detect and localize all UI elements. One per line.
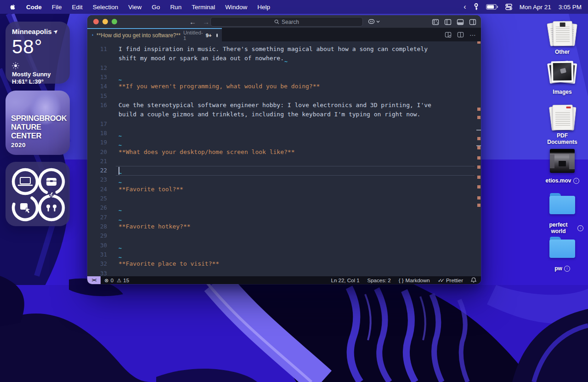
editor-line[interactable]: 32 ~ **Favorite place to visit?** — [87, 259, 476, 268]
zoom-window-button[interactable] — [112, 19, 117, 24]
key-icon[interactable] — [474, 3, 479, 11]
menu-bar: CodeFileEditSelectionViewGoRunTerminalWi… — [0, 0, 588, 14]
menu-item-window[interactable]: Window — [220, 4, 252, 11]
window-titlebar[interactable]: ← → Search — [87, 15, 481, 28]
menu-bar-clock[interactable]: 3:05 PM — [559, 4, 582, 11]
editor-pane[interactable]: 11 ~ I find inspiration in music. There'… — [87, 41, 481, 276]
photo-title-line1: SPRINGBROOK — [11, 114, 67, 122]
menu-item-code[interactable]: Code — [21, 4, 47, 11]
batteries-widget[interactable] — [6, 162, 70, 226]
icon-label: PDF Documents — [541, 132, 583, 145]
desktop-folder-pw[interactable]: pw↓ — [541, 234, 583, 272]
warning-icon: ⚠ — [117, 277, 121, 284]
line-number: 11 — [87, 46, 107, 52]
minimize-window-button[interactable] — [102, 19, 108, 24]
desktop-stack-images[interactable]: Images — [541, 60, 583, 95]
text-cursor — [119, 167, 119, 175]
line-text: Cue the stereotypical software engineer … — [119, 102, 431, 108]
ruler-warning-mark — [477, 185, 481, 188]
desktop-stack-other[interactable]: Other — [541, 20, 583, 55]
editor-line[interactable]: ~ build a couple gizmos and trinklets, i… — [87, 110, 476, 119]
editor-line[interactable]: 26 ~ — [87, 203, 476, 212]
customize-layout-button[interactable] — [431, 18, 439, 26]
line-number: 23 — [87, 176, 107, 183]
app-menus: CodeFileEditSelectionViewGoRunTerminalWi… — [21, 4, 275, 11]
weather-high-low: H:61° L:39° — [12, 78, 63, 85]
toggle-panel-button[interactable] — [456, 18, 464, 26]
menu-item-file[interactable]: File — [47, 4, 67, 11]
editor-line[interactable]: 11 ~ I find inspiration in music. There'… — [87, 45, 476, 54]
editor-line[interactable]: 31 ~ — [87, 250, 476, 259]
editor-line[interactable]: 21 ~ — [87, 157, 476, 166]
split-editor-icon[interactable] — [457, 31, 464, 38]
ruler-warning-mark — [477, 146, 481, 149]
toggle-secondary-sidebar-button[interactable] — [469, 18, 476, 26]
weather-widget[interactable]: Minneapolis➤ 58° Mostly Sunny H:61° L:39… — [6, 22, 70, 84]
folder-icon — [549, 237, 575, 258]
icon-label: Other — [555, 49, 570, 55]
tab-untitled-1[interactable]: **How did you get into software?** Untit… — [87, 28, 222, 41]
editor-line[interactable]: 25 ~ — [87, 194, 476, 203]
formatter-button[interactable]: ✓✓ Prettier — [438, 277, 463, 284]
remote-indicator-button[interactable]: >< — [87, 276, 101, 284]
line-number: 15 — [87, 92, 107, 99]
editor-line[interactable]: 29 ~ — [87, 231, 476, 240]
editor-line[interactable]: 33 ~ — [87, 269, 476, 276]
desktop-folder-perfect-world[interactable]: perfect world↓ — [541, 190, 583, 234]
editor-line[interactable]: 19 ~ — [87, 138, 476, 147]
battery-icon[interactable] — [486, 4, 498, 10]
apple-menu-icon[interactable] — [9, 3, 17, 11]
desktop-stack-pdf-documents[interactable]: PDF Documents — [541, 104, 583, 145]
unsaved-changes-dot[interactable] — [216, 34, 218, 37]
trackpad-battery-ring — [9, 191, 42, 224]
editor-line[interactable]: 23 ~ — [87, 175, 476, 184]
editor-line[interactable]: 15 ~ — [87, 91, 476, 101]
editor-line[interactable]: 14 ~ **If you weren't programming, what … — [87, 82, 476, 91]
editor-line[interactable]: 24 ~ **Favorite tool?** — [87, 185, 476, 194]
language-mode-button[interactable]: { } Markdown — [399, 278, 430, 283]
menu-item-run[interactable]: Run — [165, 4, 187, 11]
problems-button[interactable]: ⊗ 0 ⚠ 15 — [104, 277, 129, 284]
more-actions-icon[interactable]: ⋯ — [469, 31, 476, 39]
line-text: **Favorite hotkey?** — [119, 223, 191, 230]
navigate-forward-button[interactable]: → — [203, 18, 209, 26]
menu-item-help[interactable]: Help — [252, 4, 275, 11]
editor-line[interactable]: 12 ~ — [87, 63, 476, 73]
command-center-search[interactable]: Search — [210, 17, 363, 27]
editor-line[interactable]: 18 ~ — [87, 129, 476, 138]
line-text: I find inspiration in music. There's som… — [119, 46, 428, 52]
navigate-back-button[interactable]: ← — [189, 18, 196, 26]
menu-item-edit[interactable]: Edit — [67, 4, 88, 11]
menu-bar-date[interactable]: Mon Apr 21 — [520, 4, 551, 11]
line-text: **If you weren't programming, what would… — [119, 83, 320, 90]
menu-item-view[interactable]: View — [123, 4, 147, 11]
indentation-button[interactable]: Spaces: 2 — [368, 278, 391, 283]
editor-line[interactable]: 20 ~ **What does your desktop/home scree… — [87, 148, 476, 157]
notifications-bell-icon[interactable] — [471, 277, 476, 283]
line-text: shift my mood or spark an idea out of no… — [119, 55, 288, 62]
editor-line[interactable]: 16 ~ Cue the stereotypical software engi… — [87, 101, 476, 110]
line-text: **What does your desktop/home screen loo… — [119, 148, 295, 155]
editor-line[interactable]: 27 ~ — [87, 213, 476, 222]
editor-line[interactable]: 22 ~ — [87, 166, 476, 175]
line-number: 22 — [87, 167, 107, 174]
menu-item-selection[interactable]: Selection — [88, 4, 124, 11]
chevron-left-icon[interactable]: ‹ — [464, 3, 466, 11]
search-placeholder: Search — [282, 19, 299, 25]
cursor-position-button[interactable]: Ln 22, Col 1 — [331, 278, 360, 283]
line-number: 28 — [87, 223, 107, 230]
menu-item-go[interactable]: Go — [147, 4, 165, 11]
close-window-button[interactable] — [93, 19, 99, 24]
toggle-primary-sidebar-button[interactable] — [444, 18, 452, 26]
control-center-icon[interactable] — [505, 4, 512, 10]
editor-line[interactable]: 13 ~ — [87, 73, 476, 82]
open-changes-icon[interactable] — [445, 31, 452, 38]
editor-line[interactable]: 28 ~ **Favorite hotkey?** — [87, 222, 476, 231]
editor-line[interactable]: 30 ~ — [87, 241, 476, 250]
photos-widget[interactable]: SPRINGBROOK NATURE CENTER 2020 — [6, 91, 70, 155]
editor-line[interactable]: ~ shift my mood or spark an idea out of … — [87, 54, 476, 63]
menu-item-terminal[interactable]: Terminal — [187, 4, 220, 11]
copilot-menu-button[interactable] — [368, 17, 380, 25]
editor-line[interactable]: 17 ~ — [87, 120, 476, 129]
desktop-file-etios-mov[interactable]: etios.mov↓ — [541, 148, 583, 184]
